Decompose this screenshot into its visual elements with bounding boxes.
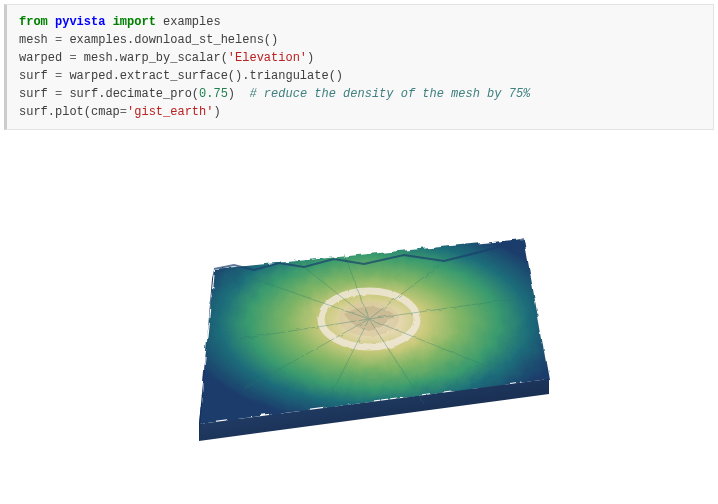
call-extract: warped.extract_surface().triangulate() <box>69 69 343 83</box>
call-download: examples.download_st_helens() <box>69 33 278 47</box>
var-warped: warped <box>19 51 62 65</box>
comment: # reduce the density of the mesh by 75% <box>249 87 530 101</box>
var-surf: surf <box>19 69 48 83</box>
module-name: pyvista <box>55 15 105 29</box>
terrain-render <box>144 179 574 479</box>
call-plot: surf.plot(cmap <box>19 105 120 119</box>
number-ratio: 0.75 <box>199 87 228 101</box>
var-mesh: mesh <box>19 33 48 47</box>
string-cmap: 'gist_earth' <box>127 105 213 119</box>
keyword-import: import <box>113 15 156 29</box>
plot-output <box>0 134 718 504</box>
string-elevation: 'Elevation' <box>228 51 307 65</box>
code-block: from pyvista import examples mesh = exam… <box>4 4 714 130</box>
var-surf2: surf <box>19 87 48 101</box>
keyword-from: from <box>19 15 48 29</box>
import-name: examples <box>163 15 221 29</box>
